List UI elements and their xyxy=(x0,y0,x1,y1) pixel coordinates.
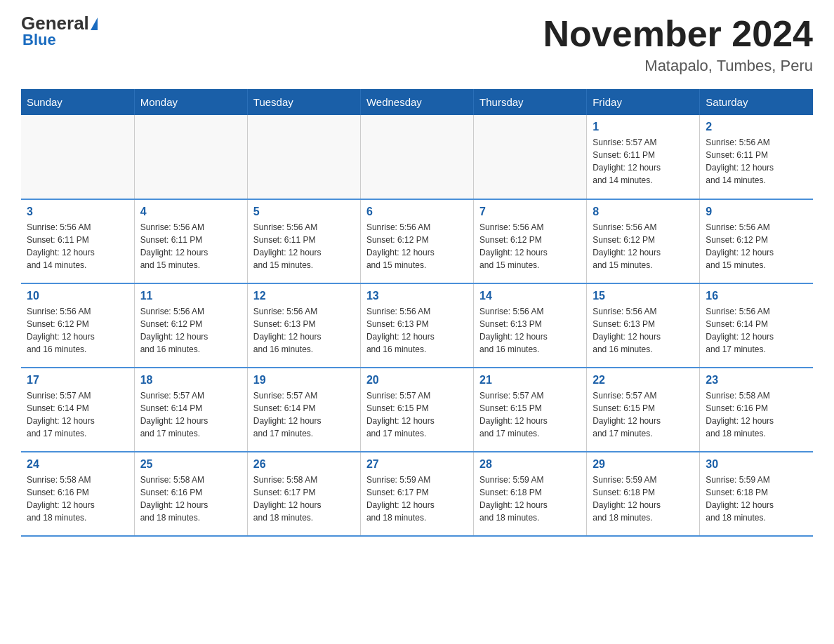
day-info: Sunrise: 5:59 AM Sunset: 6:17 PM Dayligh… xyxy=(366,474,468,524)
day-info: Sunrise: 5:58 AM Sunset: 6:16 PM Dayligh… xyxy=(27,474,128,524)
day-number: 7 xyxy=(479,206,581,218)
calendar-cell: 16Sunrise: 5:56 AM Sunset: 6:14 PM Dayli… xyxy=(700,283,813,368)
day-info: Sunrise: 5:57 AM Sunset: 6:14 PM Dayligh… xyxy=(253,389,355,440)
page-header: General Blue November 2024 Matapalo, Tum… xyxy=(21,14,813,75)
day-number: 4 xyxy=(140,206,241,218)
calendar-cell: 17Sunrise: 5:57 AM Sunset: 6:14 PM Dayli… xyxy=(21,368,134,452)
logo-triangle-icon xyxy=(91,18,98,30)
logo-general: General xyxy=(21,14,89,32)
day-number: 21 xyxy=(479,374,581,387)
column-header-thursday: Thursday xyxy=(474,89,587,115)
calendar-cell xyxy=(474,115,587,199)
calendar-header-row: SundayMondayTuesdayWednesdayThursdayFrid… xyxy=(21,89,813,115)
calendar-table: SundayMondayTuesdayWednesdayThursdayFrid… xyxy=(21,89,813,537)
day-info: Sunrise: 5:57 AM Sunset: 6:14 PM Dayligh… xyxy=(27,389,128,440)
calendar-week-row: 3Sunrise: 5:56 AM Sunset: 6:11 PM Daylig… xyxy=(21,199,813,283)
calendar-cell: 18Sunrise: 5:57 AM Sunset: 6:14 PM Dayli… xyxy=(134,368,247,452)
calendar-cell: 12Sunrise: 5:56 AM Sunset: 6:13 PM Dayli… xyxy=(247,283,360,368)
day-number: 5 xyxy=(253,206,355,218)
day-info: Sunrise: 5:56 AM Sunset: 6:13 PM Dayligh… xyxy=(593,305,694,356)
day-number: 23 xyxy=(706,374,807,387)
day-info: Sunrise: 5:59 AM Sunset: 6:18 PM Dayligh… xyxy=(593,474,694,524)
day-number: 27 xyxy=(366,458,468,471)
calendar-cell: 20Sunrise: 5:57 AM Sunset: 6:15 PM Dayli… xyxy=(360,368,473,452)
day-number: 3 xyxy=(27,206,128,218)
title-area: November 2024 Matapalo, Tumbes, Peru xyxy=(543,14,813,75)
calendar-cell: 25Sunrise: 5:58 AM Sunset: 6:16 PM Dayli… xyxy=(134,452,247,536)
day-info: Sunrise: 5:57 AM Sunset: 6:15 PM Dayligh… xyxy=(593,389,694,440)
day-number: 2 xyxy=(706,121,807,133)
day-info: Sunrise: 5:58 AM Sunset: 6:16 PM Dayligh… xyxy=(140,474,241,524)
column-header-tuesday: Tuesday xyxy=(247,89,360,115)
calendar-cell: 26Sunrise: 5:58 AM Sunset: 6:17 PM Dayli… xyxy=(247,452,360,536)
day-info: Sunrise: 5:57 AM Sunset: 6:15 PM Dayligh… xyxy=(479,389,581,440)
day-number: 17 xyxy=(27,374,128,387)
calendar-cell: 8Sunrise: 5:56 AM Sunset: 6:12 PM Daylig… xyxy=(587,199,700,283)
day-number: 15 xyxy=(593,290,694,302)
calendar-cell: 22Sunrise: 5:57 AM Sunset: 6:15 PM Dayli… xyxy=(587,368,700,452)
column-header-wednesday: Wednesday xyxy=(360,89,473,115)
day-info: Sunrise: 5:56 AM Sunset: 6:12 PM Dayligh… xyxy=(593,221,694,271)
day-info: Sunrise: 5:56 AM Sunset: 6:14 PM Dayligh… xyxy=(706,305,807,356)
day-info: Sunrise: 5:56 AM Sunset: 6:11 PM Dayligh… xyxy=(27,221,128,271)
day-info: Sunrise: 5:56 AM Sunset: 6:13 PM Dayligh… xyxy=(366,305,468,356)
day-info: Sunrise: 5:56 AM Sunset: 6:12 PM Dayligh… xyxy=(366,221,468,271)
day-number: 6 xyxy=(366,206,468,218)
calendar-cell: 1Sunrise: 5:57 AM Sunset: 6:11 PM Daylig… xyxy=(587,115,700,199)
day-number: 13 xyxy=(366,290,468,302)
day-number: 9 xyxy=(706,206,807,218)
calendar-week-row: 10Sunrise: 5:56 AM Sunset: 6:12 PM Dayli… xyxy=(21,283,813,368)
day-info: Sunrise: 5:56 AM Sunset: 6:12 PM Dayligh… xyxy=(479,221,581,271)
calendar-cell: 9Sunrise: 5:56 AM Sunset: 6:12 PM Daylig… xyxy=(700,199,813,283)
calendar-cell: 15Sunrise: 5:56 AM Sunset: 6:13 PM Dayli… xyxy=(587,283,700,368)
calendar-cell: 10Sunrise: 5:56 AM Sunset: 6:12 PM Dayli… xyxy=(21,283,134,368)
day-number: 29 xyxy=(593,458,694,471)
calendar-cell: 28Sunrise: 5:59 AM Sunset: 6:18 PM Dayli… xyxy=(474,452,587,536)
day-info: Sunrise: 5:58 AM Sunset: 6:17 PM Dayligh… xyxy=(253,474,355,524)
calendar-cell: 24Sunrise: 5:58 AM Sunset: 6:16 PM Dayli… xyxy=(21,452,134,536)
day-info: Sunrise: 5:57 AM Sunset: 6:14 PM Dayligh… xyxy=(140,389,241,440)
calendar-cell xyxy=(360,115,473,199)
calendar-week-row: 24Sunrise: 5:58 AM Sunset: 6:16 PM Dayli… xyxy=(21,452,813,536)
day-info: Sunrise: 5:56 AM Sunset: 6:11 PM Dayligh… xyxy=(140,221,241,271)
day-number: 14 xyxy=(479,290,581,302)
day-info: Sunrise: 5:59 AM Sunset: 6:18 PM Dayligh… xyxy=(706,474,807,524)
day-info: Sunrise: 5:56 AM Sunset: 6:12 PM Dayligh… xyxy=(140,305,241,356)
day-info: Sunrise: 5:58 AM Sunset: 6:16 PM Dayligh… xyxy=(706,389,807,440)
day-info: Sunrise: 5:56 AM Sunset: 6:12 PM Dayligh… xyxy=(706,221,807,271)
day-number: 10 xyxy=(27,290,128,302)
page-title: November 2024 xyxy=(543,14,813,54)
calendar-cell: 21Sunrise: 5:57 AM Sunset: 6:15 PM Dayli… xyxy=(474,368,587,452)
column-header-friday: Friday xyxy=(587,89,700,115)
day-info: Sunrise: 5:57 AM Sunset: 6:15 PM Dayligh… xyxy=(366,389,468,440)
day-number: 22 xyxy=(593,374,694,387)
calendar-cell: 7Sunrise: 5:56 AM Sunset: 6:12 PM Daylig… xyxy=(474,199,587,283)
calendar-cell xyxy=(21,115,134,199)
day-info: Sunrise: 5:56 AM Sunset: 6:13 PM Dayligh… xyxy=(253,305,355,356)
day-number: 8 xyxy=(593,206,694,218)
calendar-cell xyxy=(134,115,247,199)
calendar-cell: 2Sunrise: 5:56 AM Sunset: 6:11 PM Daylig… xyxy=(700,115,813,199)
calendar-cell: 14Sunrise: 5:56 AM Sunset: 6:13 PM Dayli… xyxy=(474,283,587,368)
day-number: 30 xyxy=(706,458,807,471)
day-number: 26 xyxy=(253,458,355,471)
calendar-cell: 5Sunrise: 5:56 AM Sunset: 6:11 PM Daylig… xyxy=(247,199,360,283)
calendar-cell: 3Sunrise: 5:56 AM Sunset: 6:11 PM Daylig… xyxy=(21,199,134,283)
day-info: Sunrise: 5:56 AM Sunset: 6:11 PM Dayligh… xyxy=(253,221,355,271)
day-info: Sunrise: 5:56 AM Sunset: 6:12 PM Dayligh… xyxy=(27,305,128,356)
day-number: 1 xyxy=(593,121,694,133)
calendar-week-row: 1Sunrise: 5:57 AM Sunset: 6:11 PM Daylig… xyxy=(21,115,813,199)
calendar-cell: 23Sunrise: 5:58 AM Sunset: 6:16 PM Dayli… xyxy=(700,368,813,452)
day-number: 20 xyxy=(366,374,468,387)
calendar-cell: 6Sunrise: 5:56 AM Sunset: 6:12 PM Daylig… xyxy=(360,199,473,283)
calendar-cell: 29Sunrise: 5:59 AM Sunset: 6:18 PM Dayli… xyxy=(587,452,700,536)
calendar-cell xyxy=(247,115,360,199)
day-number: 11 xyxy=(140,290,241,302)
day-number: 16 xyxy=(706,290,807,302)
calendar-cell: 13Sunrise: 5:56 AM Sunset: 6:13 PM Dayli… xyxy=(360,283,473,368)
day-number: 28 xyxy=(479,458,581,471)
calendar-week-row: 17Sunrise: 5:57 AM Sunset: 6:14 PM Dayli… xyxy=(21,368,813,452)
day-number: 25 xyxy=(140,458,241,471)
column-header-saturday: Saturday xyxy=(700,89,813,115)
calendar-cell: 19Sunrise: 5:57 AM Sunset: 6:14 PM Dayli… xyxy=(247,368,360,452)
